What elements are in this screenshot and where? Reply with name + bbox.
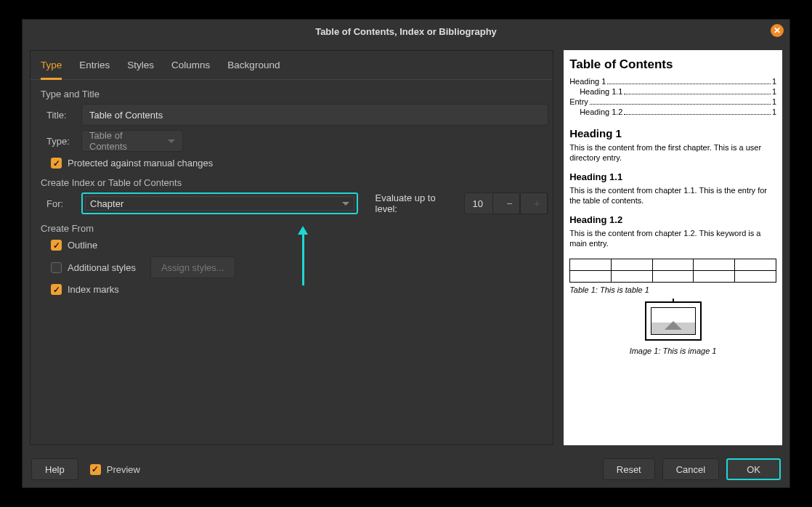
chevron-down-icon xyxy=(342,202,349,206)
section-create-from: Create From xyxy=(41,223,548,234)
preview-label: Preview xyxy=(107,464,140,475)
plus-icon[interactable]: + xyxy=(520,192,548,214)
title-input[interactable] xyxy=(81,104,548,126)
section-type-title: Type and Title xyxy=(41,89,548,100)
additional-styles-checkbox[interactable] xyxy=(51,262,62,273)
protected-checkbox[interactable]: ✓ xyxy=(51,158,62,169)
outline-label: Outline xyxy=(68,240,97,251)
index-marks-label: Index marks xyxy=(68,284,119,295)
for-value: Chapter xyxy=(90,198,123,209)
type-value: Table of Contents xyxy=(89,130,161,152)
tab-columns[interactable]: Columns xyxy=(171,60,210,79)
minus-icon[interactable]: − xyxy=(492,192,520,214)
preview-p12: This is the content from chapter 1.2. Th… xyxy=(569,228,776,248)
dialog: Table of Contents, Index or Bibliography… xyxy=(22,19,790,488)
eval-value: 10 xyxy=(465,198,492,209)
for-label: For: xyxy=(46,198,74,209)
tabs: Type Entries Styles Columns Background xyxy=(31,51,553,80)
protected-label: Protected against manual changes xyxy=(68,158,213,169)
title-label: Title: xyxy=(46,110,74,121)
help-button[interactable]: Help xyxy=(31,458,78,480)
preview-h1: Heading 1 xyxy=(569,127,776,139)
close-button[interactable]: ✕ xyxy=(771,24,784,37)
preview-checkbox[interactable]: ✓ xyxy=(90,464,101,475)
close-icon: ✕ xyxy=(774,25,781,36)
outline-checkbox[interactable]: ✓ xyxy=(51,240,62,251)
preview-p1: This is the content from the first chapt… xyxy=(569,142,776,163)
cancel-button[interactable]: Cancel xyxy=(662,458,719,480)
dialog-title: Table of Contents, Index or Bibliography xyxy=(315,26,497,37)
preview-table-caption: Table 1: This is table 1 xyxy=(569,285,776,294)
tab-background[interactable]: Background xyxy=(227,60,280,79)
type-combo[interactable]: Table of Contents xyxy=(81,130,183,152)
toc-entry: Heading 1.21 xyxy=(580,107,776,117)
reset-button[interactable]: Reset xyxy=(603,458,655,480)
assign-styles-button: Assign styles... xyxy=(150,256,235,278)
eval-level-spinner[interactable]: 10 − + xyxy=(464,192,548,214)
chevron-down-icon xyxy=(168,139,175,143)
toc-entry: Entry1 xyxy=(569,97,776,107)
for-combo[interactable]: Chapter xyxy=(81,192,358,214)
preview-table xyxy=(569,259,776,283)
additional-styles-label: Additional styles xyxy=(68,262,136,273)
footer: Help ✓ Preview Reset Cancel OK xyxy=(23,451,789,487)
toc-entry: Heading 1.11 xyxy=(580,86,776,97)
tab-styles[interactable]: Styles xyxy=(127,60,154,79)
index-marks-checkbox[interactable]: ✓ xyxy=(51,284,62,295)
eval-label: Evaluate up to level: xyxy=(375,192,458,214)
preview-h11: Heading 1.1 xyxy=(569,171,776,182)
toc-entry: Heading 11 xyxy=(569,76,776,86)
preview-h12: Heading 1.2 xyxy=(569,214,776,225)
preview-image-caption: Image 1: This is image 1 xyxy=(569,346,776,355)
preview-toc-title: Table of Contents xyxy=(569,57,776,72)
tab-type[interactable]: Type xyxy=(41,60,62,80)
section-create-index: Create Index or Table of Contents xyxy=(41,177,548,188)
type-label: Type: xyxy=(46,136,74,147)
tab-entries[interactable]: Entries xyxy=(79,60,110,79)
preview-pane: Table of Contents Heading 11Heading 1.11… xyxy=(564,50,782,445)
preview-p11: This is the content from chapter 1.1. Th… xyxy=(569,185,776,206)
titlebar: Table of Contents, Index or Bibliography… xyxy=(23,20,789,43)
ok-button[interactable]: OK xyxy=(726,458,781,480)
settings-panel: Type Entries Styles Columns Background T… xyxy=(30,50,553,445)
preview-image xyxy=(645,301,702,341)
